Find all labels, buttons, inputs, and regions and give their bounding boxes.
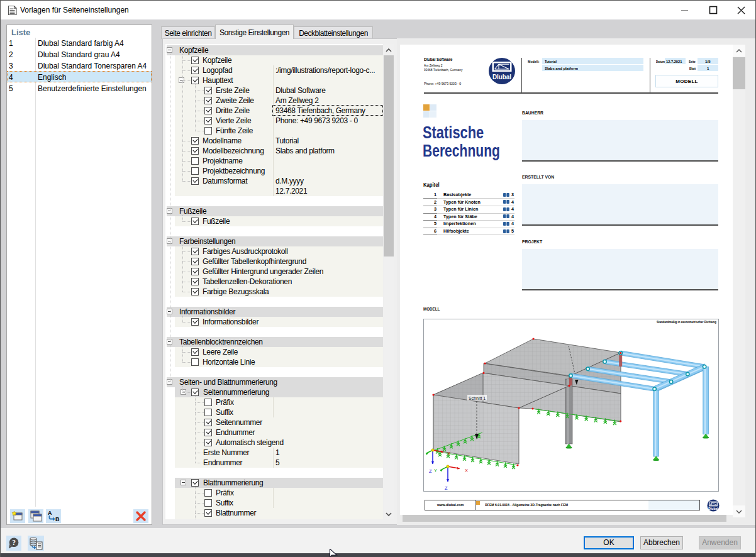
svg-text:Z: Z [429, 468, 432, 474]
svg-text:X: X [447, 451, 450, 456]
svg-text:A: A [48, 510, 52, 516]
svg-text:Z: Z [445, 485, 448, 491]
svg-text:?: ? [12, 539, 16, 546]
svg-text:Standardmäßig in axonometrisch: Standardmäßig in axonometrischer Richtun… [657, 320, 716, 324]
svg-text:Dlubal: Dlubal [492, 74, 511, 80]
svg-text:B: B [55, 516, 60, 522]
svg-text:X: X [465, 468, 468, 473]
svg-text:Y: Y [434, 468, 437, 473]
svg-text:Dlubal: Dlubal [708, 507, 718, 510]
svg-text:Schnitt 1: Schnitt 1 [469, 396, 486, 400]
